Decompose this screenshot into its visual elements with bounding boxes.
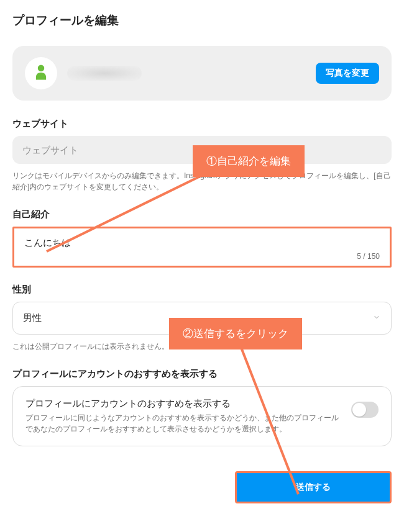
- annotation-step2: ②送信するをクリック: [169, 318, 302, 349]
- username-redacted: [67, 66, 142, 81]
- change-photo-button[interactable]: 写真を変更: [316, 63, 379, 84]
- bio-counter: 5 / 150: [24, 252, 380, 261]
- submit-button[interactable]: 送信する: [235, 471, 392, 503]
- chevron-down-icon: [372, 313, 381, 323]
- recommend-description: プロフィールに同じようなアカウントのおすすめを表示するかどうか、また他のプロフィ…: [25, 412, 340, 435]
- avatar[interactable]: [25, 57, 57, 89]
- bio-value: こんにちは: [24, 237, 380, 250]
- profile-header: 写真を変更: [12, 46, 392, 101]
- gender-label: 性別: [12, 284, 392, 295]
- svg-point-0: [38, 65, 45, 72]
- recommend-section-label: プロフィールにアカウントのおすすめを表示する: [12, 368, 392, 380]
- page-title: プロフィールを編集: [12, 12, 392, 29]
- website-label: ウェブサイト: [12, 118, 392, 130]
- recommend-title: プロフィールにアカウントのおすすめを表示する: [25, 398, 340, 410]
- annotation-step1: ①自己紹介を編集: [193, 145, 305, 177]
- bio-label: 自己紹介: [12, 209, 392, 220]
- recommend-toggle[interactable]: [351, 402, 379, 418]
- gender-selected-value: 男性: [23, 312, 42, 324]
- person-icon: [32, 63, 50, 84]
- bio-textarea[interactable]: こんにちは 5 / 150: [12, 227, 392, 268]
- recommend-box: プロフィールにアカウントのおすすめを表示する プロフィールに同じようなアカウント…: [12, 386, 392, 446]
